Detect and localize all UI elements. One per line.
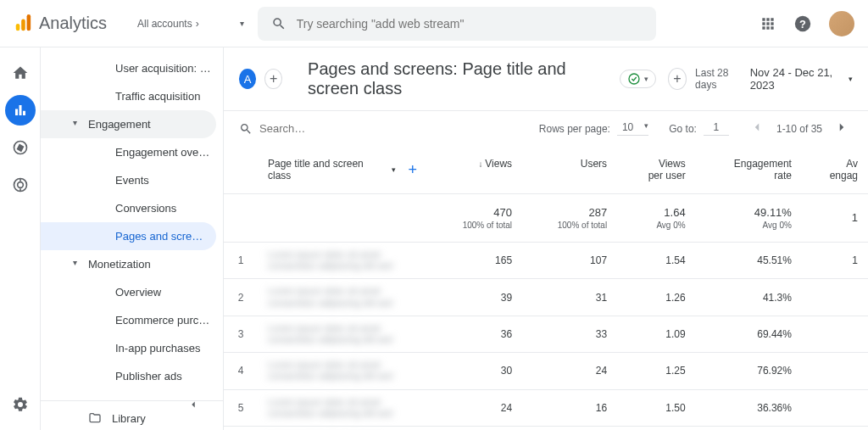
dimension-header[interactable]: Page title and screen class xyxy=(268,158,387,181)
report-status-pill[interactable]: ▾ xyxy=(620,70,656,88)
add-comparison-button[interactable]: + xyxy=(668,68,687,90)
table-row[interactable]: 4Lorem ipsum dolor sit amet consectetur … xyxy=(224,353,868,389)
table-row[interactable]: 1Lorem ipsum dolor sit amet consectetur … xyxy=(224,243,868,279)
table-row[interactable]: 2Lorem ipsum dolor sit amet consectetur … xyxy=(224,279,868,316)
sidebar-item[interactable]: Events xyxy=(41,166,223,194)
table-row[interactable]: 6Lorem ipsum dolor sit amet consectetur … xyxy=(224,426,868,430)
sidebar-item[interactable]: Overview xyxy=(41,278,223,306)
user-avatar[interactable] xyxy=(829,11,854,36)
folder-icon xyxy=(88,411,102,425)
sidebar-item[interactable]: Monetization xyxy=(41,250,216,278)
rows-per-page-label: Rows per page: xyxy=(539,123,610,135)
product-logo[interactable]: Analytics xyxy=(14,14,124,33)
svg-rect-0 xyxy=(16,24,20,31)
rail-explore[interactable] xyxy=(5,132,36,163)
apps-grid-icon[interactable] xyxy=(760,15,776,32)
goto-input[interactable]: 1 xyxy=(704,121,729,136)
pager-range-text: 1-10 of 35 xyxy=(776,123,822,135)
check-circle-icon xyxy=(627,72,641,86)
svg-point-10 xyxy=(17,182,23,188)
sidebar-item[interactable]: In-app purchases xyxy=(41,334,223,362)
chevron-right-icon xyxy=(834,120,849,135)
search-icon xyxy=(271,16,287,31)
rail-admin[interactable] xyxy=(5,389,36,420)
analytics-logo-icon xyxy=(14,14,32,33)
search-icon xyxy=(239,122,253,136)
column-header[interactable]: Engagementrate xyxy=(696,146,802,194)
svg-point-11 xyxy=(629,74,639,84)
product-name: Analytics xyxy=(39,14,107,33)
date-range-picker[interactable]: Last 28 days Nov 24 - Dec 21, 2023 ▾ xyxy=(695,66,853,92)
library-label: Library xyxy=(112,412,146,425)
table-row[interactable]: 5Lorem ipsum dolor sit amet consectetur … xyxy=(224,389,868,426)
accounts-label: All accounts xyxy=(137,18,192,30)
svg-rect-1 xyxy=(21,19,25,31)
search-bar[interactable] xyxy=(258,7,656,41)
svg-rect-2 xyxy=(27,14,31,31)
sidebar-item[interactable]: Traffic acquisition xyxy=(41,82,223,110)
search-input[interactable] xyxy=(297,17,643,31)
rows-per-page-select[interactable]: 10 xyxy=(617,121,648,136)
sidebar-item[interactable]: User acquisition: First user … xyxy=(41,54,223,82)
rail-advertising[interactable] xyxy=(5,170,36,200)
segment-badge[interactable]: A xyxy=(239,69,256,89)
column-header[interactable]: Users xyxy=(522,146,617,194)
help-icon[interactable]: ? xyxy=(793,14,812,33)
sidebar-item[interactable]: Pages and screens: Page ti… xyxy=(41,222,216,250)
page-title: Pages and screens: Page title and screen… xyxy=(308,59,611,98)
chevron-down-icon: ▾ xyxy=(644,75,648,83)
pager-next-button[interactable] xyxy=(831,116,853,141)
table-search-input[interactable] xyxy=(259,122,402,135)
sidebar-item[interactable]: Engagement xyxy=(41,110,216,138)
report-nav-sidebar: User acquisition: First user …Traffic ac… xyxy=(41,47,224,430)
column-header[interactable]: Avengag xyxy=(802,146,868,194)
sidebar-item[interactable]: Publisher ads xyxy=(41,362,223,390)
svg-text:?: ? xyxy=(799,17,806,30)
collapse-sidebar-button[interactable] xyxy=(181,392,206,420)
chevron-right-icon: › xyxy=(196,18,199,30)
svg-rect-5 xyxy=(15,109,18,116)
date-range-text: Nov 24 - Dec 21, 2023 xyxy=(750,66,842,92)
svg-rect-6 xyxy=(19,105,21,115)
accounts-picker[interactable]: All accounts › xyxy=(131,14,206,33)
chevron-left-icon xyxy=(187,399,199,410)
add-segment-button[interactable]: + xyxy=(264,69,282,89)
chevron-left-icon xyxy=(749,120,765,135)
goto-label: Go to: xyxy=(669,123,697,135)
icon-rail xyxy=(0,47,41,430)
totals-row: 470100% of total287100% of total1.64Avg … xyxy=(224,194,868,243)
rail-home[interactable] xyxy=(5,58,36,88)
add-dimension-button[interactable]: + xyxy=(408,161,417,179)
date-preset-label: Last 28 days xyxy=(695,67,743,91)
property-dropdown[interactable]: ▾ xyxy=(240,19,244,28)
sidebar-item[interactable]: Ecommerce purchases xyxy=(41,306,223,334)
column-header[interactable]: Viewsper user xyxy=(617,146,696,194)
table-row[interactable]: 3Lorem ipsum dolor sit amet consectetur … xyxy=(224,316,868,352)
chevron-down-icon: ▾ xyxy=(849,75,853,83)
sidebar-item[interactable]: Conversions xyxy=(41,194,223,222)
svg-rect-7 xyxy=(23,111,25,115)
sidebar-item[interactable]: Engagement overview xyxy=(41,138,223,166)
pager-prev-button[interactable] xyxy=(746,116,768,141)
report-table: Page title and screen class ▾ + ↓ Views … xyxy=(224,146,868,430)
rail-reports[interactable] xyxy=(5,95,36,126)
chevron-down-icon: ▾ xyxy=(392,165,396,174)
column-header[interactable]: ↓ Views xyxy=(427,146,522,194)
